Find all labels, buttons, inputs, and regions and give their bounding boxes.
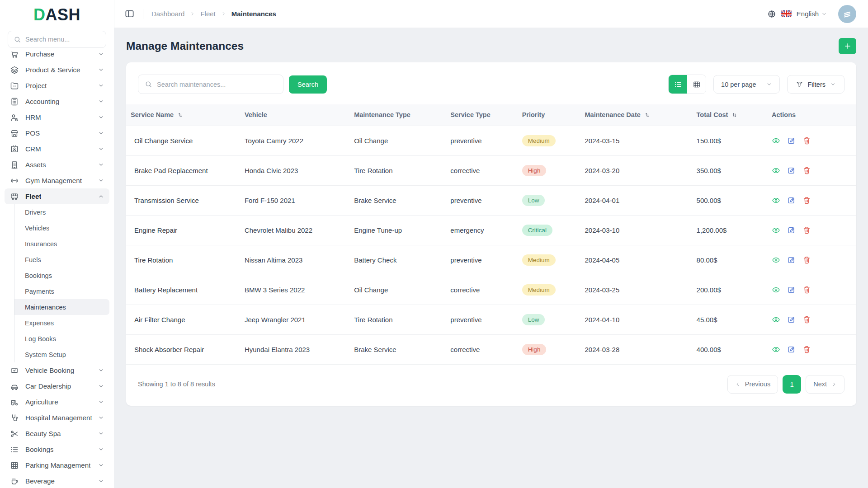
sidebar-item-agriculture[interactable]: Agriculture [5,394,109,410]
sidebar-item-beauty-spa[interactable]: Beauty Spa [5,426,109,441]
sidebar-item-assets[interactable]: Assets [5,157,109,173]
column-header: Service Type [446,104,517,126]
app-logo[interactable]: DASH [0,0,114,30]
cell-maintenance-date: 2024-04-01 [580,185,692,215]
sidebar-item-accounting[interactable]: Accounting [5,94,109,109]
view-eye-icon[interactable] [772,226,780,235]
table-search-input[interactable] [157,81,277,88]
edit-pencil-icon[interactable] [787,286,796,294]
breadcrumb-dashboard[interactable]: Dashboard [151,10,184,18]
sidebar-item-hospital-management[interactable]: Hospital Management [5,410,109,426]
language-selector[interactable]: English [797,10,827,18]
cell-maintenance-type: Oil Change [349,126,446,155]
sidebar-item-pos[interactable]: POS [5,125,109,141]
cell-total-cost: 500.00$ [692,185,767,215]
page-content: Manage Maintenances Search [114,28,868,488]
delete-trash-icon[interactable] [802,286,811,294]
edit-pencil-icon[interactable] [787,166,796,175]
column-header: Total Cost [692,104,767,126]
delete-trash-icon[interactable] [802,136,811,145]
delete-trash-icon[interactable] [802,256,811,264]
delete-trash-icon[interactable] [802,315,811,324]
chevron-down-icon [98,383,104,389]
sidebar-item-label: Fleet [25,192,41,200]
previous-page-button[interactable]: Previous [727,375,778,394]
sidebar-item-project[interactable]: Project [5,78,109,94]
search-button[interactable]: Search [289,75,327,94]
delete-trash-icon[interactable] [802,166,811,175]
cell-vehicle: Jeep Wrangler 2021 [240,305,349,334]
sidebar-item-purchase[interactable]: Purchase [5,52,109,62]
sidebar-item-crm[interactable]: CRM [5,141,109,157]
sidebar-item-parking-management[interactable]: Parking Management [5,457,109,473]
chevron-down-icon [98,67,104,73]
sidebar-item-bookings[interactable]: Bookings [5,441,109,457]
next-page-button[interactable]: Next [806,375,844,394]
results-summary: Showing 1 to 8 of 8 results [138,380,215,388]
view-eye-icon[interactable] [772,166,780,175]
sort-icon[interactable] [177,112,184,118]
view-eye-icon[interactable] [772,345,780,354]
sidebar-item-gym-management[interactable]: Gym Management [5,173,109,188]
sort-icon[interactable] [731,112,738,118]
delete-trash-icon[interactable] [802,226,811,235]
sidebar-item-vehicle-booking[interactable]: Vehicle Booking [5,362,109,378]
edit-pencil-icon[interactable] [787,345,796,354]
filters-button[interactable]: Filters [787,75,844,94]
sidebar-item-system-setup[interactable]: System Setup [14,347,109,362]
delete-trash-icon[interactable] [802,345,811,354]
breadcrumb-fleet[interactable]: Fleet [200,10,215,18]
sidebar-item-hrm[interactable]: HRM [5,109,109,125]
sidebar-item-beverage[interactable]: Beverage [5,473,109,488]
priority-badge: High [522,165,547,176]
view-eye-icon[interactable] [772,286,780,294]
current-page-button[interactable]: 1 [783,375,801,394]
sidebar-item-product-service[interactable]: Product & Service [5,62,109,78]
sidebar-item-bookings[interactable]: Bookings [14,267,109,283]
maintenances-card: Search 10 per page [126,62,856,406]
edit-pencil-icon[interactable] [787,315,796,324]
cell-actions [767,305,856,334]
edit-pencil-icon[interactable] [787,196,796,205]
sidebar-toggle-icon[interactable] [124,9,135,19]
list-view-icon [674,80,682,89]
view-eye-icon[interactable] [772,256,780,264]
sidebar-menu: Purchase Product & Service Project Accou… [0,52,114,488]
cell-vehicle: Toyota Camry 2022 [240,126,349,155]
sidebar-item-log-books[interactable]: Log Books [14,331,109,347]
sidebar-item-maintenances[interactable]: Maintenances [14,299,109,315]
sidebar-item-label: Accounting [25,98,59,105]
sidebar-item-insurances[interactable]: Insurances [14,236,109,252]
add-maintenance-button[interactable] [839,38,856,54]
view-eye-icon[interactable] [772,196,780,205]
sort-icon[interactable] [644,112,651,118]
table-search [138,75,283,94]
grid-view-button[interactable] [687,75,706,94]
sidebar-item-car-dealership[interactable]: Car Dealership [5,378,109,394]
column-header: Maintenance Type [349,104,446,126]
chevron-right-icon [190,11,195,16]
delete-trash-icon[interactable] [802,196,811,205]
sidebar-item-payments[interactable]: Payments [14,283,109,299]
edit-pencil-icon[interactable] [787,226,796,235]
sidebar-item-fuels[interactable]: Fuels [14,252,109,267]
edit-pencil-icon[interactable] [787,136,796,145]
sidebar-item-drivers[interactable]: Drivers [14,204,109,220]
edit-pencil-icon[interactable] [787,256,796,264]
sidebar-item-vehicles[interactable]: Vehicles [14,220,109,236]
list-view-button[interactable] [669,75,687,94]
sidebar-item-expenses[interactable]: Expenses [14,315,109,331]
view-eye-icon[interactable] [772,136,780,145]
user-avatar[interactable] [838,5,856,23]
globe-icon[interactable] [767,9,776,19]
sidebar-item-label: Bookings [25,272,52,279]
topbar: Dashboard Fleet Maintenances English [114,0,868,28]
cell-service-name: Oil Change Service [126,126,240,155]
per-page-select[interactable]: 10 per page [713,75,779,94]
sidebar-item-label: Maintenances [25,304,66,311]
car-icon [10,382,19,391]
sidebar-item-fleet[interactable]: Fleet [5,188,109,204]
view-eye-icon[interactable] [772,315,780,324]
sidebar-search-input[interactable] [25,36,110,43]
cell-maintenance-date: 2024-03-25 [580,275,692,305]
